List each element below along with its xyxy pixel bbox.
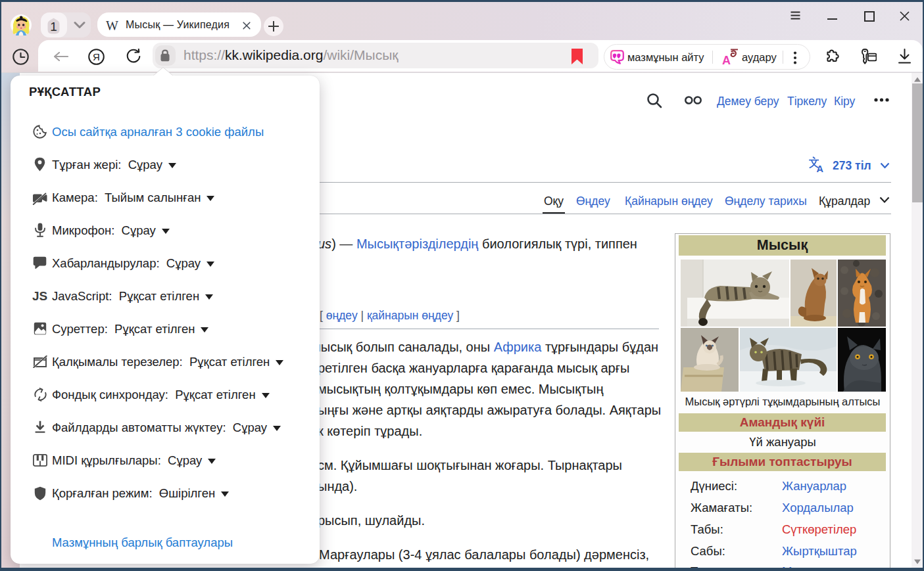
svg-text:А: А [817,164,824,173]
svg-text:1: 1 [50,19,57,33]
svg-text:А: А [722,54,731,66]
svg-text:Я: Я [93,51,100,62]
